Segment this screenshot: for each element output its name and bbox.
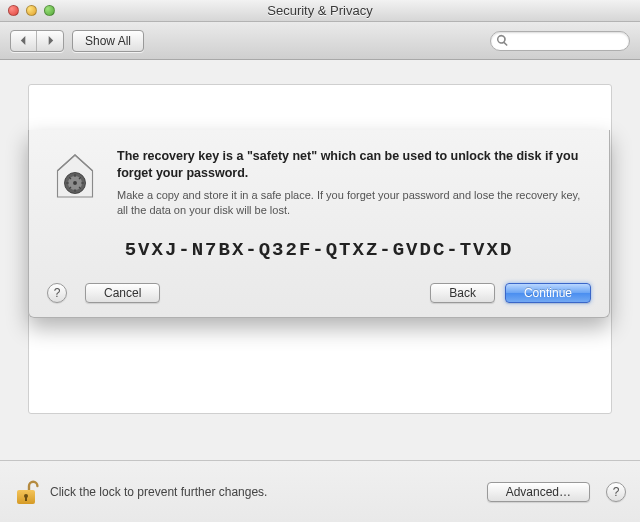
lock-icon[interactable] (14, 477, 40, 507)
filevault-icon (47, 148, 103, 231)
titlebar: Security & Privacy (0, 0, 640, 22)
cancel-button[interactable]: Cancel (85, 283, 160, 303)
chevron-left-icon (19, 36, 28, 45)
continue-button[interactable]: Continue (505, 283, 591, 303)
advanced-button[interactable]: Advanced… (487, 482, 590, 502)
chevron-right-icon (46, 36, 55, 45)
search-input[interactable] (490, 31, 630, 51)
toolbar: Show All (0, 22, 640, 60)
back-sheet-button[interactable]: Back (430, 283, 495, 303)
forward-button[interactable] (37, 31, 63, 51)
show-all-button[interactable]: Show All (72, 30, 144, 52)
lock-message: Click the lock to prevent further change… (50, 485, 477, 499)
recovery-key-sheet: The recovery key is a "safety net" which… (28, 130, 610, 318)
content-area: ████████ ███████████████████████████████… (0, 60, 640, 460)
close-window-button[interactable] (8, 5, 19, 16)
nav-segment (10, 30, 64, 52)
window-title: Security & Privacy (0, 3, 640, 18)
minimize-window-button[interactable] (26, 5, 37, 16)
sheet-subtext: Make a copy and store it in a safe place… (117, 188, 591, 218)
sheet-heading: The recovery key is a "safety net" which… (117, 148, 591, 182)
zoom-window-button[interactable] (44, 5, 55, 16)
window-controls (8, 5, 55, 16)
footer-help-button[interactable]: ? (606, 482, 626, 502)
recovery-key-value: 5VXJ-N7BX-Q32F-QTXZ-GVDC-TVXD (47, 239, 591, 261)
help-button[interactable]: ? (47, 283, 67, 303)
svg-point-10 (73, 181, 77, 185)
search-wrap (490, 31, 630, 51)
search-icon (496, 34, 509, 47)
back-button[interactable] (11, 31, 37, 51)
footer: Click the lock to prevent further change… (0, 460, 640, 522)
svg-rect-13 (25, 496, 27, 501)
